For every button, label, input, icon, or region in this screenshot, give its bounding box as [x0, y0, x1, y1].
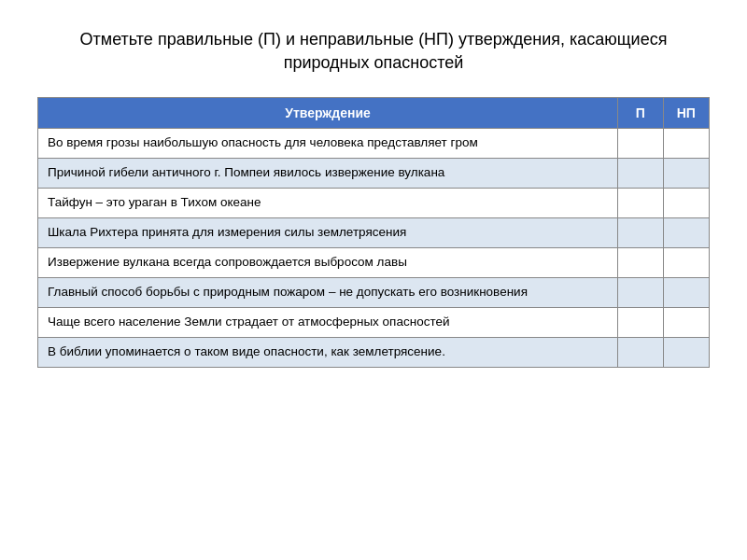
cell-statement: Во время грозы наибольшую опасность для …	[38, 129, 618, 159]
table-row: Шкала Рихтера принята для измерения силы…	[38, 218, 710, 248]
cell-np	[663, 247, 709, 277]
header-np: НП	[663, 98, 709, 129]
table-row: В библии упоминается о таком виде опасно…	[38, 337, 710, 367]
cell-statement: Чаще всего население Земли страдает от а…	[38, 307, 618, 337]
cell-statement: Извержение вулкана всегда сопровождается…	[38, 247, 618, 277]
table-row: Тайфун – это ураган в Тихом океане	[38, 189, 710, 218]
cell-np	[663, 337, 709, 367]
cell-statement: Тайфун – это ураган в Тихом океане	[38, 189, 618, 218]
table-container: Утверждение П НП Во время грозы наибольш…	[37, 97, 710, 367]
cell-np	[663, 129, 709, 159]
table-row: Во время грозы наибольшую опасность для …	[38, 129, 710, 159]
header-p: П	[618, 98, 664, 129]
cell-statement: В библии упоминается о таком виде опасно…	[38, 337, 618, 367]
cell-statement: Причиной гибели античного г. Помпеи явил…	[38, 159, 618, 189]
cell-statement: Главный способ борьбы с природным пожаро…	[38, 277, 618, 307]
cell-p	[618, 218, 664, 248]
cell-p	[618, 129, 664, 159]
table-row: Главный способ борьбы с природным пожаро…	[38, 277, 710, 307]
cell-np	[663, 218, 709, 248]
cell-p	[618, 159, 664, 189]
table-row: Чаще всего население Земли страдает от а…	[38, 307, 710, 337]
cell-statement: Шкала Рихтера принята для измерения силы…	[38, 218, 618, 248]
cell-np	[663, 307, 709, 337]
cell-p	[618, 247, 664, 277]
table-row: Извержение вулкана всегда сопровождается…	[38, 247, 710, 277]
statements-table: Утверждение П НП Во время грозы наибольш…	[37, 97, 710, 367]
cell-p	[618, 277, 664, 307]
cell-np	[663, 277, 709, 307]
cell-p	[618, 337, 664, 367]
cell-np	[663, 189, 709, 218]
page-title: Отметьте правильные (П) и неправильные (…	[37, 28, 710, 75]
cell-np	[663, 159, 709, 189]
cell-p	[618, 307, 664, 337]
table-header-row: Утверждение П НП	[38, 98, 710, 129]
header-statement: Утверждение	[38, 98, 618, 129]
cell-p	[618, 189, 664, 218]
table-row: Причиной гибели античного г. Помпеи явил…	[38, 159, 710, 189]
